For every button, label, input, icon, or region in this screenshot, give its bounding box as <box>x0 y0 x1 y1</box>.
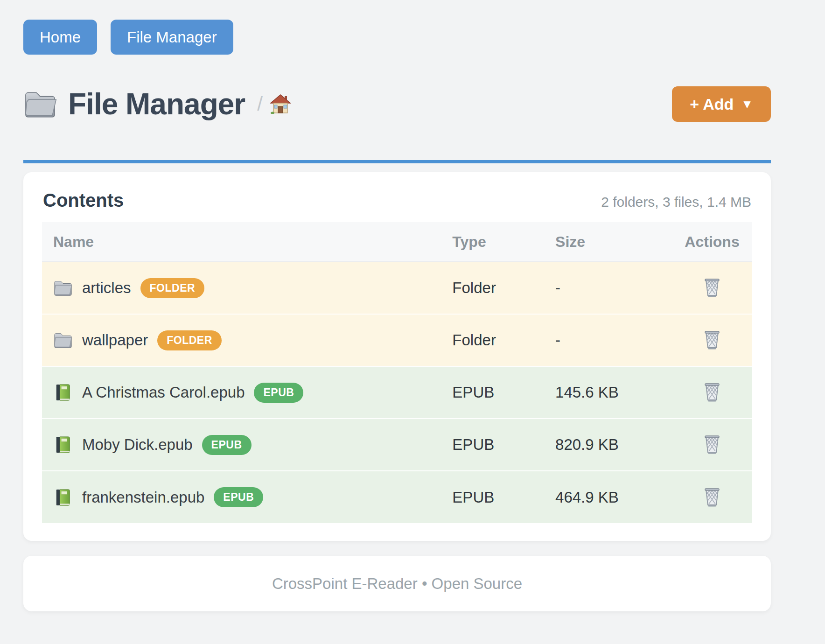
type-badge: EPUB <box>254 383 303 403</box>
file-name-link[interactable]: A Christmas Carol.epub <box>82 384 245 401</box>
page-header: File Manager / + Add ▼ <box>23 86 771 122</box>
size-cell: 820.9 KB <box>544 419 672 471</box>
trash-icon <box>703 381 721 402</box>
nav-home-button[interactable]: Home <box>23 20 97 55</box>
contents-summary: 2 folders, 3 files, 1.4 MB <box>601 194 751 210</box>
trash-icon <box>703 329 721 350</box>
column-header-type: Type <box>441 222 544 262</box>
file-name-link[interactable]: wallpaper <box>82 331 148 349</box>
type-cell: EPUB <box>441 471 544 523</box>
folder-icon <box>53 279 73 297</box>
footer: CrossPoint E-Reader • Open Source <box>23 556 771 611</box>
type-cell: EPUB <box>441 366 544 419</box>
column-header-actions: Actions <box>672 222 752 262</box>
size-cell: - <box>544 262 672 314</box>
size-cell: 464.9 KB <box>544 471 672 523</box>
green-book-icon <box>53 384 73 401</box>
add-button[interactable]: + Add ▼ <box>672 86 771 122</box>
size-cell: - <box>544 314 672 366</box>
trash-icon <box>703 434 721 454</box>
header-divider <box>23 160 771 163</box>
file-name-link[interactable]: frankenstein.epub <box>82 489 204 506</box>
breadcrumb-separator: / <box>257 93 263 115</box>
trash-icon <box>703 277 721 297</box>
table-header-row: Name Type Size Actions <box>42 222 752 262</box>
column-header-size: Size <box>544 222 672 262</box>
delete-button[interactable] <box>701 379 723 404</box>
breadcrumb-home-icon[interactable] <box>270 94 291 114</box>
type-badge: EPUB <box>202 435 252 455</box>
delete-button[interactable] <box>701 432 723 456</box>
file-name-link[interactable]: articles <box>82 279 131 297</box>
add-button-label: + Add <box>690 95 734 113</box>
table-row: articles FOLDER Folder - <box>42 262 752 314</box>
file-table-body: articles FOLDER Folder - <box>42 262 752 523</box>
table-row: A Christmas Carol.epub EPUB EPUB 145.6 K… <box>42 366 752 419</box>
contents-title: Contents <box>43 190 124 211</box>
file-table: Name Type Size Actions articles FOLDER F… <box>42 222 752 523</box>
green-book-icon <box>53 436 73 454</box>
top-nav: Home File Manager <box>23 20 771 55</box>
folder-icon <box>53 331 73 349</box>
type-badge: FOLDER <box>140 278 205 298</box>
table-row: Moby Dick.epub EPUB EPUB 820.9 KB <box>42 419 752 471</box>
footer-text: CrossPoint E-Reader • Open Source <box>272 575 522 593</box>
type-badge: EPUB <box>214 487 263 507</box>
trash-icon <box>703 486 721 507</box>
folder-icon <box>23 90 57 119</box>
green-book-icon <box>53 489 73 506</box>
delete-button[interactable] <box>701 327 723 351</box>
delete-button[interactable] <box>701 484 723 509</box>
size-cell: 145.6 KB <box>544 366 672 419</box>
page-title: File Manager <box>68 87 245 121</box>
file-name-link[interactable]: Moby Dick.epub <box>82 436 193 454</box>
type-cell: EPUB <box>441 419 544 471</box>
table-row: wallpaper FOLDER Folder - <box>42 314 752 366</box>
table-row: frankenstein.epub EPUB EPUB 464.9 KB <box>42 471 752 523</box>
type-badge: FOLDER <box>157 330 222 350</box>
page-container: Home File Manager File Manager / <box>0 0 825 611</box>
type-cell: Folder <box>441 314 544 366</box>
chevron-down-icon: ▼ <box>741 97 753 112</box>
nav-file-manager-button[interactable]: File Manager <box>111 20 233 55</box>
column-header-name: Name <box>42 222 441 262</box>
type-cell: Folder <box>441 262 544 314</box>
contents-card: Contents 2 folders, 3 files, 1.4 MB Name… <box>23 172 771 541</box>
delete-button[interactable] <box>701 275 723 299</box>
